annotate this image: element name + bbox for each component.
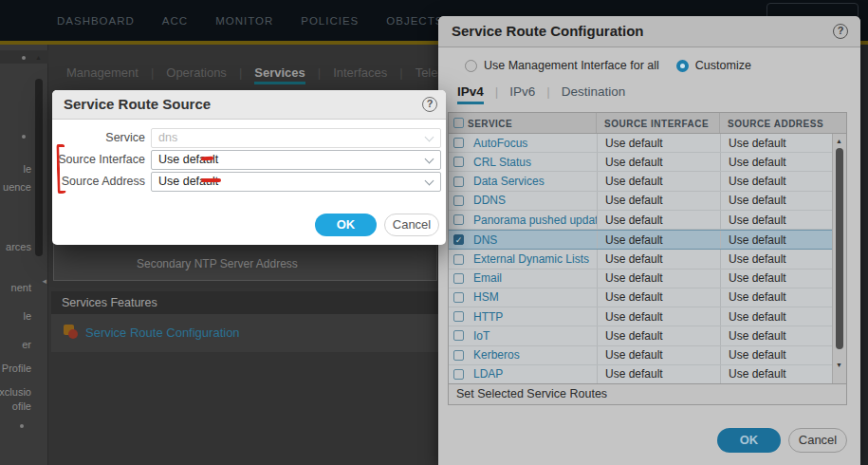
chevron-down-icon: [425, 177, 434, 186]
table-row-iot[interactable]: IoTUse defaultUse default: [449, 326, 832, 345]
sidebar-item-fragment[interactable]: arces: [6, 241, 31, 252]
source-address-cell: Use default: [720, 153, 832, 171]
ok-button[interactable]: OK: [315, 214, 377, 236]
sidebar-item-fragment[interactable]: er: [22, 339, 31, 350]
nav-item-policies[interactable]: POLICIES: [301, 15, 359, 27]
service-link[interactable]: Panorama pushed updates: [468, 214, 597, 227]
service-link[interactable]: IoT: [468, 329, 597, 343]
service-link[interactable]: Email: [468, 271, 597, 285]
service-link[interactable]: LDAP: [468, 367, 597, 381]
device-tree-sidebar: leuencearcesnentleere ProfileExclusioofi…: [0, 45, 48, 465]
source-address-cell: Use default: [720, 346, 832, 364]
table-scrollbar[interactable]: ▲ ▼: [832, 134, 846, 383]
tree-node-dot: [22, 56, 26, 60]
sidebar-scroll-up-icon[interactable]: ▲: [35, 54, 42, 61]
help-icon[interactable]: ?: [833, 24, 848, 39]
radio-button-icon[interactable]: [676, 60, 689, 72]
subtab-interfaces[interactable]: Interfaces: [333, 65, 387, 84]
table-row-external-dynamic-lists[interactable]: External Dynamic ListsUse defaultUse def…: [449, 250, 832, 269]
table-row-data-services[interactable]: Data ServicesUse defaultUse default: [449, 172, 832, 191]
tab-ipv6[interactable]: IPv6: [509, 84, 535, 104]
tab-separator: |: [151, 65, 154, 84]
row-checkbox[interactable]: [453, 138, 464, 148]
sidebar-item-fragment[interactable]: e Profile: [0, 363, 31, 374]
header-checkbox-cell: [449, 113, 468, 133]
sidebar-item-fragment[interactable]: ofile: [12, 400, 31, 412]
row-checkbox[interactable]: [453, 157, 464, 167]
sidebar-item-fragment[interactable]: le: [23, 310, 31, 322]
service-link[interactable]: DNS: [468, 233, 597, 247]
radio-use-management-interface-for-all[interactable]: Use Management Interface for all: [465, 59, 659, 72]
cancel-button[interactable]: Cancel: [788, 428, 847, 453]
service-link[interactable]: Data Services: [468, 175, 597, 188]
table-row-ldap[interactable]: LDAPUse defaultUse default: [449, 365, 832, 383]
source-interface-cell: Use default: [597, 231, 720, 249]
table-row-dns[interactable]: ✓DNSUse defaultUse default: [449, 230, 832, 250]
table-row-email[interactable]: EmailUse defaultUse default: [449, 270, 832, 288]
table-row-ddns[interactable]: DDNSUse defaultUse default: [449, 192, 832, 211]
column-header-source-interface[interactable]: SOURCE INTERFACE: [597, 113, 720, 133]
ok-button[interactable]: OK: [717, 428, 781, 453]
sidebar-item-fragment[interactable]: nent: [11, 282, 31, 293]
column-header-source-address[interactable]: SOURCE ADDRESS: [720, 113, 832, 133]
row-checkbox[interactable]: ✓: [453, 234, 464, 245]
source-address-cell: Use default: [720, 270, 832, 288]
nav-item-acc[interactable]: ACC: [162, 15, 188, 27]
tab-destination[interactable]: Destination: [562, 84, 626, 104]
table-row-kerberos[interactable]: KerberosUse defaultUse default: [449, 346, 832, 365]
row-checkbox[interactable]: [453, 311, 464, 322]
window-edge: [860, 45, 868, 465]
row-checkbox[interactable]: [453, 350, 464, 361]
row-checkbox[interactable]: [453, 214, 464, 225]
table-row-panorama-pushed-updates[interactable]: Panorama pushed updatesUse defaultUse de…: [449, 211, 832, 230]
row-checkbox[interactable]: [453, 177, 464, 187]
subtab-operations[interactable]: Operations: [166, 65, 227, 84]
table-row-crl-status[interactable]: CRL StatusUse defaultUse default: [449, 153, 832, 172]
radio-button-icon[interactable]: [465, 60, 477, 72]
row-checkbox[interactable]: [453, 254, 464, 265]
select-all-checkbox[interactable]: [453, 118, 464, 128]
sidebar-scrollbar[interactable]: [35, 79, 43, 256]
sidebar-collapse-icon[interactable]: ◂: [42, 276, 46, 286]
subtab-management[interactable]: Management: [66, 65, 139, 84]
annotation-red-dash: [201, 157, 213, 161]
subtab-services[interactable]: Services: [254, 65, 305, 84]
service-link[interactable]: AutoFocus: [468, 137, 597, 150]
table-row-hsm[interactable]: HSMUse defaultUse default: [449, 288, 832, 307]
cancel-button[interactable]: Cancel: [384, 214, 439, 236]
table-row-autofocus[interactable]: AutoFocusUse defaultUse default: [449, 134, 832, 153]
service-link[interactable]: HSM: [468, 290, 597, 304]
nav-item-monitor[interactable]: MONITOR: [215, 15, 273, 27]
scroll-down-icon[interactable]: ▼: [836, 362, 842, 368]
source-address-dropdown[interactable]: Use default: [151, 172, 441, 192]
sidebar-item-fragment[interactable]: le: [23, 163, 31, 175]
service-link[interactable]: Kerberos: [468, 348, 597, 362]
source-interface-dropdown[interactable]: Use default: [151, 150, 441, 170]
help-icon[interactable]: ?: [422, 97, 437, 112]
source-address-cell: Use default: [720, 288, 832, 307]
tab-separator: |: [318, 65, 321, 84]
service-route-configuration-link[interactable]: Service Route Configuration: [85, 326, 240, 340]
scrollbar-thumb[interactable]: [836, 148, 843, 349]
row-checkbox[interactable]: [453, 330, 464, 341]
set-selected-service-routes-button[interactable]: Set Selected Service Routes: [448, 384, 847, 405]
scroll-up-icon[interactable]: ▲: [836, 138, 842, 144]
row-checkbox[interactable]: [453, 292, 464, 303]
nav-item-dashboard[interactable]: DASHBOARD: [57, 15, 135, 27]
row-checkbox[interactable]: [453, 195, 464, 206]
nav-item-objects[interactable]: OBJECTS: [386, 15, 443, 27]
service-link[interactable]: HTTP: [468, 310, 597, 324]
sidebar-item-fragment[interactable]: Exclusio: [0, 386, 31, 398]
table-row-http[interactable]: HTTPUse defaultUse default: [449, 307, 832, 326]
service-routes-table: SERVICE SOURCE INTERFACE SOURCE ADDRESS …: [448, 112, 847, 384]
row-checkbox[interactable]: [453, 273, 464, 284]
service-link[interactable]: External Dynamic Lists: [468, 252, 597, 266]
row-checkbox[interactable]: [453, 369, 464, 380]
tab-ipv4[interactable]: IPv4: [457, 84, 484, 104]
ntp-secondary-label: Secondary NTP Server Address: [137, 257, 298, 270]
service-link[interactable]: DDNS: [468, 194, 597, 207]
column-header-service[interactable]: SERVICE: [468, 113, 597, 133]
service-link[interactable]: CRL Status: [468, 156, 597, 169]
sidebar-item-fragment[interactable]: uence: [3, 181, 31, 193]
radio-customize[interactable]: Customize: [676, 59, 751, 72]
